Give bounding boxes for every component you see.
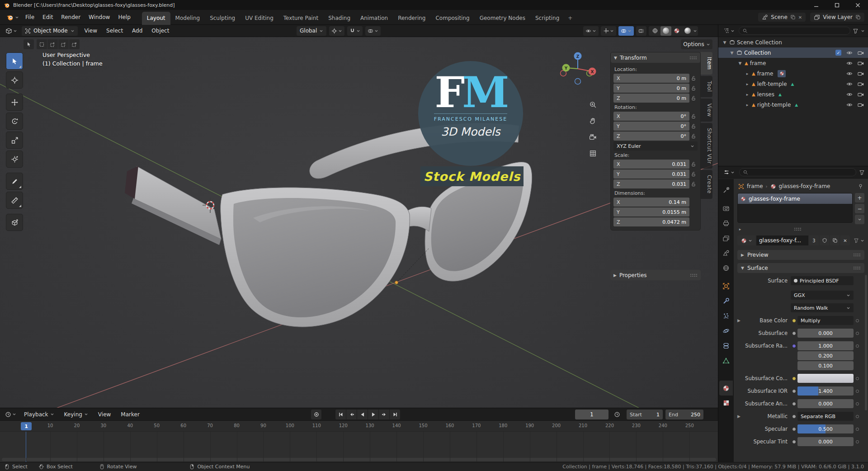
menu-window[interactable]: Window [85,13,114,22]
surface-panel-header[interactable]: ▼ Surface [737,263,864,273]
workspace-tab-shading[interactable]: Shading [323,12,355,25]
maximize-button[interactable] [826,0,847,10]
camera-icon[interactable] [858,60,864,66]
fake-user-button[interactable] [820,236,829,245]
close-button[interactable] [847,0,868,10]
preview-panel-header[interactable]: ▶ Preview [737,250,864,260]
expand-icon[interactable]: ▼ [737,61,743,66]
keyframe-dot[interactable] [854,377,861,380]
tab-tool[interactable] [719,183,733,198]
tool-scale[interactable] [6,132,23,149]
jump-end-button[interactable] [390,410,400,419]
menu-marker[interactable]: Marker [117,410,143,419]
keyframe-dot[interactable] [854,319,861,322]
active-tool-button[interactable] [24,39,34,49]
shading-solid-button[interactable] [660,26,671,36]
scale-y-field[interactable]: Y0.031 [613,170,689,179]
jump-start-button[interactable] [335,410,346,419]
outliner-row-lenses[interactable]: ▸ ▲ lenses ▲ [718,89,868,99]
menu-keying[interactable]: Keying [60,410,92,419]
tool-select-box[interactable] [6,52,23,70]
breadcrumb-material[interactable]: glasses-foxy-frame [779,183,830,189]
current-frame-field[interactable]: 1 [575,410,609,419]
timeline-scrollbar[interactable] [2,458,716,461]
keyframe-dot[interactable] [854,402,861,405]
subsurface-radius-x-field[interactable]: 1.000 [797,341,854,350]
sidebar-tab-view[interactable]: View [701,99,712,122]
editor-type-button[interactable] [4,26,19,36]
outliner-row-scene-collection[interactable]: ▼ Scene Collection [718,37,868,47]
pin-icon[interactable] [858,184,863,189]
play-button[interactable] [368,410,378,419]
tab-object-data[interactable] [719,353,733,368]
chevron-down-icon[interactable] [860,239,864,243]
eye-icon[interactable] [846,102,853,108]
location-x-field[interactable]: X0 m [613,74,689,83]
end-frame-field[interactable]: End250 [665,410,703,419]
select-invert-button[interactable] [69,39,80,49]
tab-material[interactable] [719,381,733,396]
snap-toggle[interactable] [347,26,363,36]
material-name-field[interactable]: glasses-foxy-f... [756,236,808,245]
chevron-down-icon[interactable] [861,29,865,33]
pan-button[interactable] [588,116,598,126]
menu-edit[interactable]: Edit [38,13,57,22]
filter-icon[interactable] [853,28,859,34]
rotation-z-field[interactable]: Z0° [613,132,689,141]
outliner-row-collection[interactable]: ▼ Collection ✓ [718,47,868,58]
workspace-tab-sculpting[interactable]: Sculpting [205,12,240,25]
sidebar-tab-shortcut-vur[interactable]: Shortcut VUr [701,123,712,169]
filter-icon[interactable] [859,170,865,175]
shading-material-button[interactable] [671,26,682,36]
tab-constraints[interactable] [719,338,733,353]
panel-grip[interactable] [853,266,861,270]
outliner-row-right-temple[interactable]: ▸ ▲ right-temple ▲ [718,99,868,110]
sidebar-tab-create[interactable]: Create [701,170,712,198]
menu-view[interactable]: View [94,410,115,419]
tab-particles[interactable] [719,308,733,323]
shading-rendered-button[interactable] [682,26,693,36]
tab-modifiers[interactable] [719,293,733,308]
view-layer-selector[interactable]: View Layer [810,13,864,22]
subsurface-color-swatch[interactable] [797,374,854,383]
tool-add-cube[interactable] [6,214,23,231]
scene-selector[interactable]: Scene ✕ [758,13,806,22]
eye-icon[interactable] [846,71,853,77]
start-frame-field[interactable]: Start1 [627,410,663,419]
collection-checkbox[interactable]: ✓ [835,50,841,56]
workspace-tab-modeling[interactable]: Modeling [170,12,205,25]
tab-object[interactable] [719,278,733,293]
surface-shader-button[interactable]: Principled BSDF [791,276,854,285]
mode-dropdown[interactable]: Object Mode [22,26,78,36]
menu-help[interactable]: Help [114,13,134,22]
rotation-mode-dropdown[interactable]: XYZ Euler [613,141,698,151]
keyframe-dot[interactable] [854,332,861,335]
subsurface-ior-slider[interactable]: 1.400 [797,386,854,396]
subsurface-radius-y-field[interactable]: 0.200 [797,351,854,360]
expand-icon[interactable]: ▶ [737,414,743,419]
tab-render[interactable] [719,201,733,216]
select-set-button[interactable] [37,39,47,49]
tool-transform[interactable] [6,151,23,168]
play-reverse-button[interactable] [357,410,368,419]
material-highlight[interactable] [778,70,786,77]
menu-playback[interactable]: Playback [20,410,58,419]
tool-move[interactable] [6,94,23,111]
specular-slider[interactable]: 0.500 [797,424,854,433]
menu-add[interactable]: Add [128,26,146,35]
shading-wireframe-button[interactable] [650,26,660,36]
scale-x-field[interactable]: X0.031 [613,160,689,169]
transform-panel-header[interactable]: ▼ Transform [611,52,700,63]
tab-scene[interactable] [719,245,733,260]
xray-toggle[interactable] [636,26,646,36]
panel-grip[interactable] [853,253,861,257]
zoom-button[interactable] [588,99,598,109]
expand-icon[interactable]: ▸ [745,71,750,76]
properties-scrollbar[interactable] [865,275,867,410]
filter-expand-icon[interactable]: ▸ [737,227,743,231]
filter-icon[interactable] [854,238,859,243]
workspace-tab-texture-paint[interactable]: Texture Paint [278,12,323,25]
lock-icon[interactable] [689,181,698,187]
keyframe-dot[interactable] [854,390,861,393]
location-z-field[interactable]: Z0 m [613,94,689,103]
